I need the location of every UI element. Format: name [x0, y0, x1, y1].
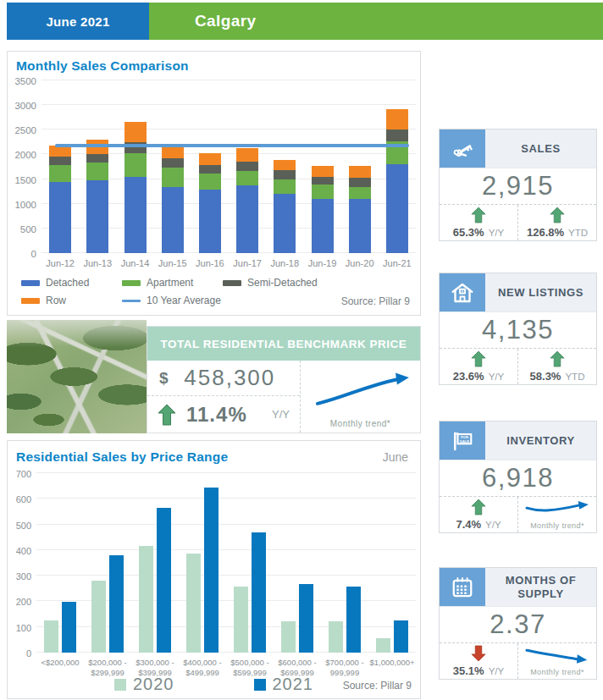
yoy-stat: 65.3%Y/Y — [440, 205, 517, 240]
legend-item-10-year-average: 10 Year Average — [122, 295, 221, 306]
bar-segment-apartment — [162, 168, 184, 188]
legend-item-detached: Detached — [21, 277, 89, 289]
apartment-swatch — [122, 280, 141, 286]
card-value: 4,135 — [440, 312, 596, 348]
benchmark-trend-cell: Monthly trend* — [301, 361, 420, 433]
bar-segment-detached — [312, 199, 334, 253]
bar-segment-apartment — [274, 179, 296, 194]
stat-label: YTD — [568, 228, 588, 238]
legend-label: Detached — [46, 277, 89, 289]
bar-segment-apartment — [199, 174, 221, 190]
bar-2021 — [157, 508, 171, 653]
bar-2020 — [186, 554, 201, 653]
x-tick-label: Jun-21 — [373, 258, 421, 268]
bar-segment-detached — [86, 180, 108, 253]
bar-segment-row — [124, 122, 147, 142]
calendar-icon — [440, 568, 485, 606]
bar-2021 — [204, 488, 219, 653]
gridline — [41, 129, 416, 130]
price-range-title: Residential Sales by Price Range — [16, 449, 228, 465]
stat-pct: 23.6% — [453, 370, 484, 383]
legend-item-2020: 2020 — [114, 675, 174, 694]
source-note: Source: Pillar 9 — [341, 295, 410, 307]
bar-segment-semi-detached — [199, 165, 221, 174]
detached-swatch — [21, 280, 40, 286]
stat-pct: 58.3% — [530, 370, 562, 383]
bar-2020 — [281, 621, 296, 653]
bar-segment-semi-detached — [236, 162, 258, 171]
y-tick-label: 600 — [6, 494, 31, 504]
up-arrow-icon — [158, 404, 176, 426]
legend-label: Row — [46, 295, 66, 306]
stat-label: Y/Y — [489, 666, 505, 676]
card-value: 2.37 — [440, 607, 596, 642]
bar-segment-detached — [349, 199, 371, 253]
bar-segment-detached — [162, 187, 184, 253]
bar-2021 — [252, 532, 266, 653]
gridline — [36, 472, 416, 473]
trend-caption: Monthly trend* — [530, 668, 584, 676]
up-arrow-icon — [550, 350, 565, 367]
bar-segment-apartment — [49, 165, 71, 182]
bar-segment-detached — [236, 185, 258, 253]
legend-label: Semi-Detached — [247, 277, 318, 289]
bar-segment-detached — [124, 177, 147, 253]
y-tick-label: 700 — [6, 469, 31, 479]
benchmark-price-cell: $ 458,300 11.4% Y/Y — [147, 361, 301, 433]
bar-2021 — [299, 584, 313, 653]
y-tick-label: 100 — [6, 623, 31, 633]
bar-segment-row — [386, 109, 408, 130]
price-range-panel: Residential Sales by Price Range June 01… — [7, 440, 421, 699]
bar-segment-detached — [386, 164, 408, 253]
monthly-trend-arrow-icon — [307, 367, 416, 413]
bar-segment-semi-detached — [386, 130, 408, 142]
aerial-neighborhood-photo — [7, 320, 147, 433]
new-listings-card: NEW LISTINGS 4,135 23.6%Y/Y 58.3%YTD — [439, 273, 597, 385]
legend-label: 10 Year Average — [147, 295, 221, 306]
bar-segment-apartment — [349, 187, 371, 199]
stat-label: Y/Y — [489, 372, 505, 382]
sales-card: SALES 2,915 65.3%Y/Y 126.8%YTD — [439, 129, 597, 241]
monthly-trend-arrow-icon — [523, 645, 592, 665]
y-tick-label: 300 — [6, 571, 31, 581]
bar-2020 — [376, 638, 390, 653]
legend-item-2021: 2021 — [254, 675, 314, 694]
average-line-swatch — [122, 300, 141, 302]
stat-pct: 65.3% — [453, 226, 484, 239]
bar-2021 — [346, 587, 361, 653]
up-arrow-icon — [471, 499, 486, 515]
y-tick-label: 1000 — [8, 200, 36, 210]
house-icon — [440, 273, 485, 311]
y-tick-label: 2000 — [8, 150, 36, 160]
y-tick-label: 1500 — [8, 175, 36, 185]
year-2020-swatch — [114, 679, 126, 691]
ytd-stat: 126.8%YTD — [517, 205, 596, 240]
bar-2020 — [234, 587, 248, 653]
x-tick-label: $1,000,000+ — [363, 658, 421, 668]
bar-segment-apartment — [236, 171, 258, 185]
gridline — [41, 104, 416, 105]
trend-caption: Monthly trend* — [530, 521, 584, 530]
bar-segment-row — [312, 166, 334, 177]
bar-2021 — [394, 620, 408, 653]
yoy-stat: 35.1%Y/Y — [440, 643, 517, 679]
bar-2020 — [329, 621, 343, 653]
bar-segment-semi-detached — [349, 178, 371, 187]
year-2021-swatch — [254, 679, 266, 691]
y-tick-label: 2500 — [8, 125, 36, 135]
up-arrow-icon — [471, 207, 486, 223]
bar-segment-row — [236, 148, 258, 163]
bar-2020 — [139, 546, 153, 653]
semi-detached-swatch — [223, 280, 241, 286]
month-label: June — [383, 450, 408, 464]
legend-item-semi-detached: Semi-Detached — [223, 277, 318, 289]
yoy-stat: 23.6%Y/Y — [440, 349, 517, 384]
y-tick-label: 500 — [8, 224, 36, 234]
gridline — [36, 549, 416, 550]
bar-segment-row — [199, 153, 221, 166]
monthly-sales-title: Monthly Sales Comparison — [16, 58, 189, 74]
card-title: INVENTORY — [485, 422, 596, 460]
bar-segment-detached — [274, 194, 296, 253]
monthly-trend-stat: Monthly trend* — [517, 643, 596, 679]
legend-label: 2020 — [133, 675, 174, 694]
